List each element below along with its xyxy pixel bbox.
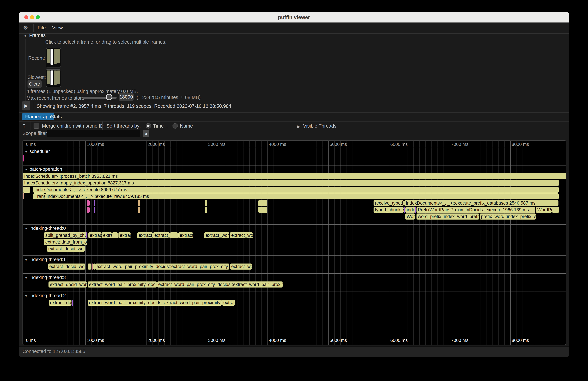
scope-bar[interactable]	[112, 232, 118, 238]
scope-bar[interactable]: extract::data_from_ob	[44, 239, 87, 245]
scope-bar[interactable]: prefix_word::index_prefix_wo	[480, 213, 536, 220]
scope-bar[interactable]: extract_wo	[230, 232, 253, 238]
frames-collapsible-header[interactable]: ▼Frames	[23, 33, 46, 38]
slowest-frames-thumbnail[interactable]	[46, 69, 61, 87]
thread-label-scheduler[interactable]: ▼scheduler	[24, 149, 50, 154]
thread-label-indexing-thread:3[interactable]: ▼indexing-thread:3	[24, 275, 66, 280]
scope-bar[interactable]: IndexDocuments<_, _>::execute_raw 8459.1…	[45, 193, 559, 199]
frame-bar[interactable]	[50, 49, 53, 65]
flamegraph-canvas[interactable]: 0 ms0 ms1000 ms1000 ms2000 ms2000 ms3000…	[22, 140, 566, 345]
scope-bar[interactable]: extract	[178, 232, 193, 238]
scope-bar[interactable]: receive_typed_	[374, 200, 404, 206]
sort-name-label[interactable]: Name	[180, 123, 193, 129]
scope-bar[interactable]: Trans	[33, 193, 45, 199]
thread-separator	[23, 255, 566, 256]
scope-bar[interactable]: WordPr	[536, 207, 552, 213]
gridline	[450, 141, 450, 345]
scope-bar[interactable]: extract_w	[153, 232, 170, 238]
max-frames-note: (≈ 23428.5 minutes, ≈ 68 MB)	[137, 95, 201, 100]
frame-bar[interactable]	[47, 49, 50, 63]
frame-bar[interactable]	[47, 70, 50, 84]
help-button[interactable]: ?	[23, 123, 25, 129]
scope-bar[interactable]	[23, 193, 24, 199]
scope-bar[interactable]	[205, 207, 208, 213]
thread-label-indexing-thread:1[interactable]: ▼indexing-thread:1	[24, 257, 66, 262]
tab-stats[interactable]: Stats	[51, 113, 62, 120]
scope-bar[interactable]	[88, 263, 91, 270]
scope-bar[interactable]	[86, 232, 87, 238]
scope-bar[interactable]: extract_word	[204, 232, 229, 238]
scope-bar[interactable]: extract_	[137, 232, 153, 238]
scope-bar[interactable]: extract_docid_word	[48, 281, 87, 288]
frame-bar[interactable]	[50, 70, 53, 85]
scope-bar[interactable]: IndexScheduler>::apply_index_operation 8…	[23, 180, 559, 186]
tab-flamegraph[interactable]: Flamegraph	[22, 113, 54, 120]
scope-bar[interactable]: extract	[88, 232, 102, 238]
scope-bar[interactable]	[87, 207, 90, 213]
play-button[interactable]: ▶	[22, 101, 30, 110]
scope-bar[interactable]	[415, 207, 416, 213]
merge-children-checkbox[interactable]	[34, 123, 39, 128]
scope-bar[interactable]: split_grenad_by_chun	[44, 232, 87, 238]
scope-bar[interactable]: typed_chunk::w	[374, 207, 404, 213]
scope-bar[interactable]: extra	[102, 232, 112, 238]
recent-frames-thumbnail[interactable]	[46, 48, 61, 67]
frame-bar[interactable]	[57, 49, 60, 63]
scope-bar[interactable]: extract_doc	[49, 300, 71, 306]
scope-bar[interactable]: extract_docid_word	[48, 263, 85, 270]
scope-bar[interactable]	[72, 300, 73, 306]
scope-bar[interactable]	[94, 200, 95, 206]
sort-name-radio[interactable]	[172, 123, 178, 128]
scope-bar[interactable]: extrac	[222, 300, 235, 306]
scope-bar[interactable]: extract_word_pair_proximity_docids::extr…	[157, 281, 283, 288]
frame-bar[interactable]	[54, 70, 57, 85]
scope-bar[interactable]	[138, 207, 140, 213]
scope-filter-input[interactable]	[47, 129, 140, 137]
menu-view[interactable]: View	[52, 25, 63, 31]
scope-bar[interactable]	[138, 200, 140, 206]
max-frames-value[interactable]: 18000	[119, 93, 134, 101]
frame-info-text: Showing frame #2, 8957.4 ms, 7 threads, …	[37, 103, 232, 109]
thread-label-indexing-thread:2[interactable]: ▼indexing-thread:2	[24, 293, 66, 298]
scope-bar[interactable]: PrefixWordPairsProximityDocids::execute …	[417, 207, 535, 213]
clear-button[interactable]: Clear	[27, 80, 42, 88]
scope-bar[interactable]: index	[405, 207, 415, 213]
sort-time-label[interactable]: Time	[153, 123, 164, 129]
thread-label-indexing-thread:0[interactable]: ▼indexing-thread:0	[24, 226, 66, 231]
scope-bar[interactable]: extract_word_pair_proximity_docids::extr…	[95, 263, 229, 270]
theme-sun-icon[interactable]: ☀	[23, 24, 28, 31]
scope-bar[interactable]	[258, 200, 267, 206]
scope-bar[interactable]: extract_word_pair_proximity_docids	[88, 281, 157, 288]
gridline	[213, 141, 213, 345]
scope-bar[interactable]: Word	[405, 213, 415, 220]
scope-bar[interactable]: extract_word_pair_proximity_docids::extr…	[88, 300, 222, 306]
scope-bar[interactable]: word_prefix::index_word_prefix_	[417, 213, 479, 220]
scope-bar[interactable]	[404, 207, 405, 213]
scope-bar[interactable]	[170, 232, 178, 238]
sort-direction-icon[interactable]: ↓	[166, 123, 168, 129]
scope-bar[interactable]	[94, 207, 95, 213]
scope-bar[interactable]	[23, 187, 30, 193]
scope-bar[interactable]: IndexDocuments<_, _>::execute 8656.677 m…	[33, 187, 559, 193]
scope-bar[interactable]: IndexScheduler>::process_batch 8953.821 …	[23, 173, 566, 179]
gridline	[195, 141, 195, 345]
scope-bar[interactable]	[23, 155, 24, 161]
frame-bar[interactable]	[54, 49, 57, 64]
scope-bar[interactable]	[552, 207, 559, 213]
sort-time-radio[interactable]	[146, 123, 151, 128]
slider-knob[interactable]	[106, 94, 112, 100]
scope-bar[interactable]: extract_docid_word	[47, 246, 85, 252]
scope-bar[interactable]: extract_wo	[230, 263, 252, 270]
clear-filter-button[interactable]: x	[143, 130, 149, 137]
frame-bar[interactable]	[57, 70, 60, 84]
visible-threads-header[interactable]: Visible Threads	[303, 123, 336, 129]
scope-bar[interactable]	[205, 200, 208, 206]
thread-label-batch-operation[interactable]: ▼batch-operation	[24, 167, 62, 172]
scope-bar[interactable]	[258, 207, 267, 213]
scope-bar[interactable]	[87, 200, 90, 206]
collapse-triangle-icon: ▼	[24, 168, 28, 171]
menu-file[interactable]: File	[38, 25, 46, 31]
scope-bar[interactable]: extrac	[119, 232, 130, 238]
scope-bar[interactable]	[92, 263, 93, 270]
scope-bar[interactable]: IndexDocuments<_, _>::execute_prefix_dat…	[404, 200, 558, 206]
